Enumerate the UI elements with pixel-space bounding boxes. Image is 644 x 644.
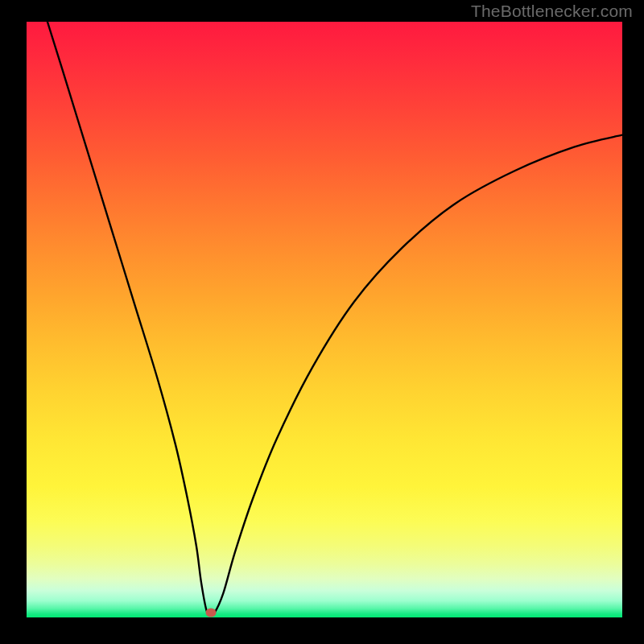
optimal-point-marker [206,609,217,617]
watermark-text: TheBottlenecker.com [471,2,633,21]
chart-frame: TheBottlenecker.com [0,0,644,644]
bottleneck-curve [27,22,622,617]
plot-area [27,22,622,617]
